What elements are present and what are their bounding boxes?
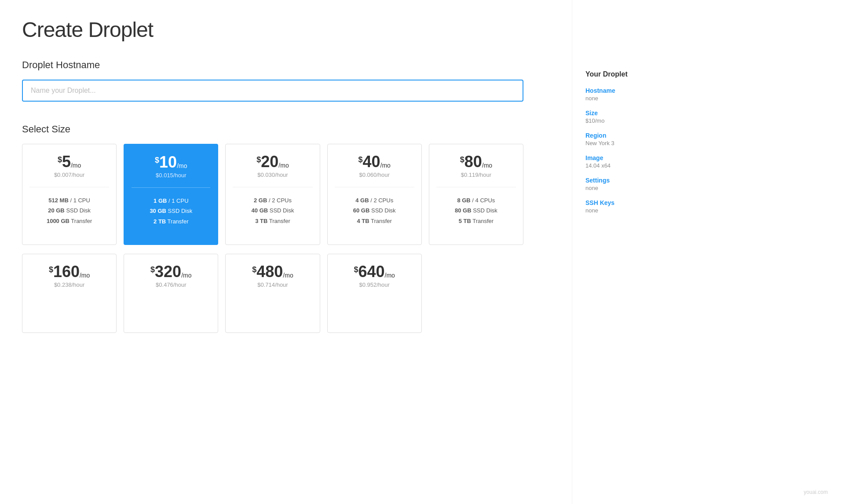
- price-main: $ 10 /mo: [155, 154, 187, 170]
- price-main: $ 40 /mo: [358, 154, 390, 170]
- price-hourly: $0.060/hour: [359, 172, 389, 178]
- size-grid-row1: $ 5 /mo $0.007/hour 512 MB / 1 CPU 20 GB…: [22, 144, 523, 245]
- sidebar-item-label: Region: [585, 132, 655, 139]
- sidebar-item-value: none: [585, 207, 655, 214]
- sidebar-item-value: none: [585, 185, 655, 191]
- divider: [132, 187, 210, 188]
- price-hourly: $0.119/hour: [461, 172, 491, 178]
- size-card-20mo[interactable]: $ 20 /mo $0.030/hour 2 GB / 2 CPUs 40 GB…: [225, 144, 320, 245]
- size-card-10mo[interactable]: $ 10 /mo $0.015/hour 1 GB / 1 CPU 30 GB …: [124, 144, 218, 245]
- price-hourly: $0.015/hour: [156, 172, 186, 179]
- sidebar-item-value: $10/mo: [585, 117, 655, 124]
- price-hourly: $0.007/hour: [54, 172, 84, 178]
- specs: 1 GB / 1 CPU 30 GB SSD Disk 2 TB Transfe…: [150, 196, 192, 226]
- divider: [436, 187, 516, 187]
- divider: [29, 187, 109, 187]
- sidebar-item-label: Size: [585, 110, 655, 117]
- price-main: $ 5 /mo: [58, 154, 81, 170]
- specs: 8 GB / 4 CPUs 80 GB SSD Disk 5 TB Transf…: [455, 195, 497, 226]
- your-droplet-sidebar: Your Droplet Hostname none Size $10/mo R…: [572, 0, 669, 504]
- watermark: youai.com: [804, 489, 828, 495]
- sidebar-item-value: none: [585, 95, 655, 102]
- size-card-80mo[interactable]: $ 80 /mo $0.119/hour 8 GB / 4 CPUs 80 GB…: [429, 144, 523, 245]
- price-hourly: $0.030/hour: [257, 172, 288, 178]
- price-hourly: $0.952/hour: [359, 281, 389, 288]
- sidebar-item-value: 14.04 x64: [585, 162, 655, 169]
- specs: 4 GB / 2 CPUs 60 GB SSD Disk 4 TB Transf…: [353, 195, 396, 226]
- divider: [335, 187, 414, 187]
- price-hourly: $0.476/hour: [156, 281, 186, 288]
- price-main: $ 80 /mo: [460, 154, 492, 170]
- size-card-160mo[interactable]: $ 160 /mo $0.238/hour: [22, 254, 117, 333]
- sidebar-item-label: Settings: [585, 177, 655, 184]
- sidebar-title: Your Droplet: [585, 70, 655, 78]
- sidebar-item-size: Size $10/mo: [585, 110, 655, 124]
- hostname-input[interactable]: [22, 80, 523, 102]
- sidebar-item-hostname: Hostname none: [585, 87, 655, 102]
- page-title: Create Droplet: [22, 18, 550, 42]
- sidebar-item-region: Region New York 3: [585, 132, 655, 146]
- price-main: $ 320 /mo: [150, 264, 191, 280]
- specs: 512 MB / 1 CPU 20 GB SSD Disk 1000 GB Tr…: [47, 195, 92, 226]
- price-main: $ 640 /mo: [354, 264, 395, 280]
- sidebar-item-label: Hostname: [585, 87, 655, 94]
- sidebar-item-value: New York 3: [585, 140, 655, 146]
- size-card-40mo[interactable]: $ 40 /mo $0.060/hour 4 GB / 2 CPUs 60 GB…: [327, 144, 422, 245]
- price-main: $ 480 /mo: [252, 264, 293, 280]
- hostname-section-title: Droplet Hostname: [22, 59, 550, 71]
- size-card-640mo[interactable]: $ 640 /mo $0.952/hour: [327, 254, 422, 333]
- price-main: $ 20 /mo: [256, 154, 289, 170]
- size-card-5mo[interactable]: $ 5 /mo $0.007/hour 512 MB / 1 CPU 20 GB…: [22, 144, 117, 245]
- price-hourly: $0.238/hour: [54, 281, 84, 288]
- size-grid-row2: $ 160 /mo $0.238/hour $ 320 /mo $0.476/h…: [22, 254, 523, 333]
- sidebar-item-image: Image 14.04 x64: [585, 154, 655, 169]
- sidebar-item-label: SSH Keys: [585, 199, 655, 206]
- size-section-title: Select Size: [22, 124, 550, 135]
- size-card-320mo[interactable]: $ 320 /mo $0.476/hour: [124, 254, 218, 333]
- sidebar-item-settings: Settings none: [585, 177, 655, 191]
- sidebar-item-label: Image: [585, 154, 655, 161]
- specs: 2 GB / 2 CPUs 40 GB SSD Disk 3 TB Transf…: [252, 195, 294, 226]
- sidebar-item-ssh-keys: SSH Keys none: [585, 199, 655, 214]
- price-main: $ 160 /mo: [49, 264, 90, 280]
- size-card-480mo[interactable]: $ 480 /mo $0.714/hour: [225, 254, 320, 333]
- price-hourly: $0.714/hour: [257, 281, 288, 288]
- divider: [233, 187, 312, 187]
